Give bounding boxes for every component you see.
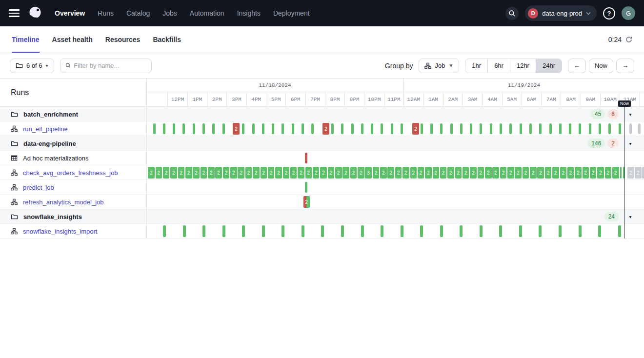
run-batch-mark[interactable]: 2: [233, 123, 240, 135]
run-tick-mark[interactable]: [559, 123, 562, 134]
run-batch-mark[interactable]: 2: [470, 167, 477, 179]
run-batch-mark[interactable]: 2: [350, 167, 357, 179]
run-tick-mark[interactable]: [539, 225, 542, 237]
run-tick-mark[interactable]: [638, 123, 641, 134]
run-batch-mark[interactable]: 2: [642, 167, 644, 179]
run-tick-mark[interactable]: [520, 123, 522, 134]
run-batch-mark[interactable]: 2: [290, 167, 297, 179]
run-tick-mark[interactable]: [620, 167, 622, 179]
run-tick-mark[interactable]: [305, 153, 307, 163]
run-tick-mark[interactable]: [549, 123, 552, 134]
run-tick-mark[interactable]: [242, 123, 244, 134]
run-batch-mark[interactable]: 2: [230, 167, 237, 179]
tab-resources[interactable]: Resources: [105, 26, 141, 53]
run-tick-mark[interactable]: [569, 123, 571, 134]
nav-item-automation[interactable]: Automation: [190, 9, 224, 17]
run-tick-mark[interactable]: [629, 123, 632, 134]
run-batch-mark[interactable]: 2: [545, 167, 552, 179]
run-tick-mark[interactable]: [212, 123, 215, 134]
run-batch-mark[interactable]: 2: [627, 167, 634, 179]
run-tick-mark[interactable]: [460, 225, 463, 237]
run-tick-mark[interactable]: [282, 225, 284, 237]
run-batch-mark[interactable]: 2: [238, 167, 244, 179]
run-tick-mark[interactable]: [272, 123, 274, 134]
run-batch-mark[interactable]: 2: [537, 167, 544, 179]
run-tick-mark[interactable]: [302, 123, 304, 134]
run-batch-mark[interactable]: 2: [275, 167, 282, 179]
run-tick-mark[interactable]: [153, 123, 156, 134]
run-batch-mark[interactable]: 2: [395, 167, 402, 179]
dagster-logo-icon[interactable]: [26, 4, 44, 22]
run-tick-mark[interactable]: [499, 225, 502, 237]
job-link[interactable]: snowflake_insights_import: [23, 228, 97, 235]
now-button[interactable]: Now: [589, 59, 613, 73]
nav-item-catalog[interactable]: Catalog: [126, 9, 150, 17]
run-batch-mark[interactable]: 2: [455, 167, 462, 179]
run-tick-mark[interactable]: [305, 182, 307, 193]
run-batch-mark[interactable]: 2: [410, 167, 417, 179]
nav-item-jobs[interactable]: Jobs: [162, 9, 177, 17]
run-tick-mark[interactable]: [618, 167, 619, 179]
run-tick-mark[interactable]: [608, 123, 611, 134]
tab-backfills[interactable]: Backfills: [153, 26, 181, 53]
run-batch-mark[interactable]: 2: [170, 167, 177, 179]
run-tick-mark[interactable]: [529, 123, 532, 134]
run-batch-mark[interactable]: 2: [156, 167, 162, 179]
run-batch-mark[interactable]: 2: [208, 167, 215, 179]
run-batch-mark[interactable]: 2: [215, 167, 222, 179]
run-batch-mark[interactable]: 2: [440, 167, 447, 179]
run-batch-mark[interactable]: 2: [320, 167, 327, 179]
run-tick-mark[interactable]: [519, 225, 522, 237]
filter-input[interactable]: [74, 62, 146, 69]
group-by-dropdown[interactable]: Job ▼: [419, 59, 459, 73]
run-batch-mark[interactable]: 2: [463, 167, 469, 179]
nav-item-runs[interactable]: Runs: [98, 9, 114, 17]
run-batch-mark[interactable]: 2: [387, 167, 394, 179]
tab-asset-health[interactable]: Asset health: [52, 26, 93, 53]
run-batch-mark[interactable]: 2: [245, 167, 252, 179]
run-batch-mark[interactable]: 2: [485, 167, 492, 179]
run-tick-mark[interactable]: [470, 123, 472, 134]
nav-item-overview[interactable]: Overview: [55, 9, 85, 17]
refresh-icon[interactable]: [625, 36, 632, 43]
nav-item-deployment[interactable]: Deployment: [273, 9, 310, 17]
run-tick-mark[interactable]: [331, 123, 334, 134]
run-batch-mark[interactable]: 2: [185, 167, 192, 179]
run-batch-mark[interactable]: 2: [425, 167, 432, 179]
run-batch-mark[interactable]: 2: [433, 167, 440, 179]
run-tick-mark[interactable]: [242, 225, 245, 237]
range-6hr[interactable]: 6hr: [487, 59, 510, 73]
run-tick-mark[interactable]: [381, 225, 383, 237]
tab-timeline[interactable]: Timeline: [12, 26, 40, 53]
run-tick-mark[interactable]: [292, 123, 294, 134]
run-batch-mark[interactable]: 2: [163, 167, 170, 179]
run-tick-mark[interactable]: [182, 123, 185, 134]
run-split-mark[interactable]: 2: [303, 196, 310, 208]
row-expand-button[interactable]: ▾: [626, 209, 635, 224]
run-tick-mark[interactable]: [222, 225, 225, 237]
run-batch-mark[interactable]: 2: [530, 167, 537, 179]
run-tick-mark[interactable]: [579, 225, 582, 237]
run-batch-mark[interactable]: 2: [328, 167, 335, 179]
run-tick-mark[interactable]: [381, 123, 383, 134]
run-batch-mark[interactable]: 2: [335, 167, 342, 179]
run-tick-mark[interactable]: [371, 123, 373, 134]
range-24hr[interactable]: 24hr: [536, 59, 562, 73]
run-tick-mark[interactable]: [509, 123, 512, 134]
range-1hr[interactable]: 1hr: [465, 59, 487, 73]
run-tick-mark[interactable]: [222, 123, 225, 134]
run-batch-mark[interactable]: 2: [597, 167, 604, 179]
run-batch-mark[interactable]: 2: [261, 167, 267, 179]
run-batch-mark[interactable]: 2: [605, 167, 612, 179]
run-tick-mark[interactable]: [351, 123, 354, 134]
run-tick-mark[interactable]: [341, 123, 343, 134]
run-tick-mark[interactable]: [262, 123, 264, 134]
run-batch-mark[interactable]: 2: [178, 167, 185, 179]
run-batch-mark[interactable]: 2: [193, 167, 200, 179]
run-batch-mark[interactable]: 2: [305, 167, 312, 179]
run-tick-mark[interactable]: [282, 123, 284, 134]
run-tick-mark[interactable]: [599, 123, 601, 134]
row-expand-button[interactable]: ▾: [626, 136, 635, 151]
run-tick-mark[interactable]: [598, 225, 601, 237]
run-tick-mark[interactable]: [193, 123, 195, 134]
